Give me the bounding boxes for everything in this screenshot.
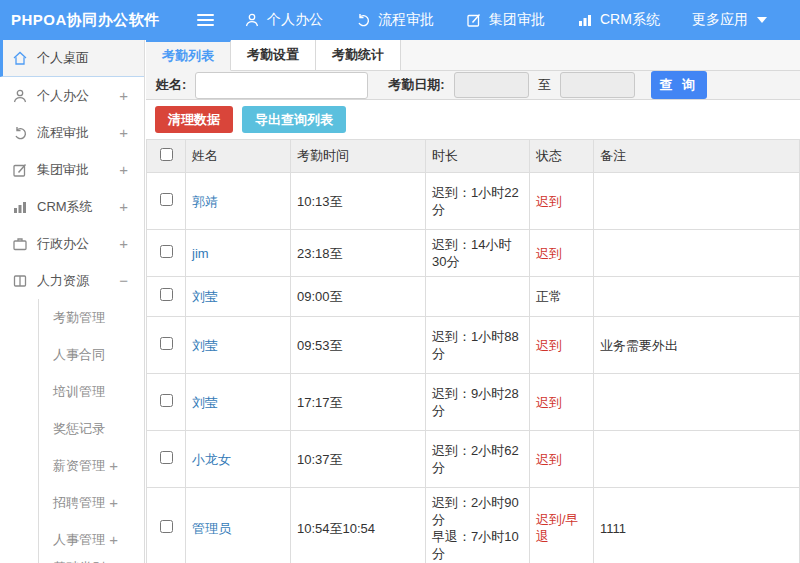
name-filter-input[interactable] [195, 72, 368, 99]
filter-bar: 姓名: 考勤日期: 至 查 询 [146, 71, 800, 100]
date-filter-label: 考勤日期: [388, 76, 444, 94]
clean-data-button[interactable]: 清理数据 [155, 106, 233, 133]
hamburger-menu-icon[interactable] [197, 14, 214, 26]
note-text [594, 374, 800, 431]
row-checkbox[interactable] [160, 337, 173, 350]
export-list-button[interactable]: 导出查询列表 [242, 106, 346, 133]
sidebar-item-personal-desktop[interactable]: 个人桌面 [0, 40, 144, 77]
sidebar-item-personal-office[interactable]: 个人办公 + [0, 77, 144, 114]
tab-attendance-settings[interactable]: 考勤设置 [231, 40, 316, 70]
duration-text [426, 277, 530, 317]
attendance-time: 17:17至 [291, 374, 426, 431]
bar-chart-icon [12, 199, 28, 215]
sidebar: 个人桌面 个人办公 + 流程审批 + 集团审批 + CRM系统 + 行政办公 + [0, 40, 145, 563]
sidebar-item-workflow-approval[interactable]: 流程审批 + [0, 114, 144, 151]
user-icon [12, 88, 28, 104]
date-from-input[interactable] [454, 72, 529, 98]
employee-name-link[interactable]: 刘莹 [192, 338, 218, 353]
sidebar-subitem-attendance-mgmt[interactable]: 考勤管理 [39, 299, 144, 336]
nav-workflow-approval[interactable]: 流程审批 [355, 11, 434, 29]
duration-text: 迟到：14小时30分 [426, 230, 530, 277]
employee-name-link[interactable]: 刘莹 [192, 395, 218, 410]
collapse-minus-icon[interactable]: − [119, 272, 128, 289]
status-badge: 迟到/早退 [530, 488, 594, 563]
row-checkbox[interactable] [160, 288, 173, 301]
expand-plus-icon[interactable]: + [119, 161, 128, 178]
sidebar-item-label: 奖惩记录 [53, 420, 144, 438]
employee-name-link[interactable]: 小龙女 [192, 452, 231, 467]
name-filter-label: 姓名: [156, 76, 186, 94]
expand-plus-icon[interactable]: + [109, 494, 118, 511]
edit-icon [12, 162, 28, 178]
duration-text: 迟到：2小时90分 早退：7小时10分 [426, 488, 530, 563]
sidebar-subitem-base-category-settings[interactable]: 基础类别设置 + [39, 558, 144, 563]
note-text [594, 431, 800, 488]
row-checkbox[interactable] [160, 394, 173, 407]
table-row: 刘莹 09:53至 迟到：1小时88分 迟到 业务需要外出 [147, 317, 800, 374]
select-all-checkbox[interactable] [160, 148, 173, 161]
col-status: 状态 [530, 140, 594, 173]
nav-label: 集团审批 [489, 11, 545, 29]
duration-text: 迟到：2小时62分 [426, 431, 530, 488]
nav-label: 更多应用 [692, 11, 748, 29]
table-row: 郭靖 10:13至 迟到：1小时22分 迟到 [147, 173, 800, 230]
edit-icon [466, 12, 482, 28]
attendance-table: 姓名 考勤时间 时长 状态 备注 郭靖 10:13至 迟到：1小时22分 迟到 … [146, 139, 800, 563]
status-badge: 迟到 [530, 230, 594, 277]
note-text: 业务需要外出 [594, 317, 800, 374]
duration-text: 迟到：1小时88分 [426, 317, 530, 374]
sidebar-item-label: 招聘管理 [53, 494, 109, 512]
row-checkbox[interactable] [160, 193, 173, 206]
row-checkbox[interactable] [160, 451, 173, 464]
duration-text: 迟到：9小时28分 [426, 374, 530, 431]
row-checkbox[interactable] [160, 245, 173, 258]
nav-crm-system[interactable]: CRM系统 [577, 11, 660, 29]
sidebar-subitem-personnel-mgmt[interactable]: 人事管理 + [39, 521, 144, 558]
nav-personal-office[interactable]: 个人办公 [244, 11, 323, 29]
expand-plus-icon[interactable]: + [109, 457, 118, 474]
expand-plus-icon[interactable]: + [119, 124, 128, 141]
expand-plus-icon[interactable]: + [119, 87, 128, 104]
table-row: jim 23:18至 迟到：14小时30分 迟到 [147, 230, 800, 277]
row-checkbox[interactable] [160, 520, 173, 533]
main-content: 考勤列表 考勤设置 考勤统计 姓名: 考勤日期: 至 查 询 清理数据 导出查询… [146, 40, 800, 563]
nav-more-apps[interactable]: 更多应用 [692, 11, 767, 29]
sidebar-subitem-training-mgmt[interactable]: 培训管理 [39, 373, 144, 410]
tab-attendance-list[interactable]: 考勤列表 [146, 40, 231, 71]
employee-name-link[interactable]: 刘莹 [192, 289, 218, 304]
attendance-time: 10:37至 [291, 431, 426, 488]
sidebar-submenu-hr: 考勤管理 人事合同 培训管理 奖惩记录 薪资管理 + 招聘管理 + 人事管理 +… [38, 299, 144, 563]
expand-plus-icon[interactable]: + [119, 235, 128, 252]
nav-label: 个人办公 [267, 11, 323, 29]
date-to-input[interactable] [560, 72, 635, 98]
action-button-row: 清理数据 导出查询列表 [146, 100, 800, 139]
tab-attendance-statistics[interactable]: 考勤统计 [316, 40, 401, 70]
employee-name-link[interactable]: 郭靖 [192, 194, 218, 209]
sidebar-item-crm-system[interactable]: CRM系统 + [0, 188, 144, 225]
nav-group-approval[interactable]: 集团审批 [466, 11, 545, 29]
tab-bar: 考勤列表 考勤设置 考勤统计 [146, 40, 800, 71]
note-text: 1111 [594, 488, 800, 563]
expand-plus-icon[interactable]: + [119, 198, 128, 215]
date-to-label: 至 [538, 76, 551, 94]
home-icon [12, 50, 28, 66]
attendance-time: 23:18至 [291, 230, 426, 277]
attendance-time: 09:00至 [291, 277, 426, 317]
sidebar-subitem-salary-mgmt[interactable]: 薪资管理 + [39, 447, 144, 484]
note-text [594, 277, 800, 317]
employee-name-link[interactable]: jim [192, 246, 209, 261]
employee-name-link[interactable]: 管理员 [192, 521, 231, 536]
sidebar-subitem-hr-contract[interactable]: 人事合同 [39, 336, 144, 373]
sidebar-item-human-resources[interactable]: 人力资源 − [0, 262, 144, 299]
sidebar-subitem-rewards-records[interactable]: 奖惩记录 [39, 410, 144, 447]
expand-plus-icon[interactable]: + [109, 531, 118, 548]
nav-label: 流程审批 [378, 11, 434, 29]
search-button[interactable]: 查 询 [651, 71, 707, 99]
sidebar-item-label: 个人办公 [37, 87, 119, 105]
sidebar-subitem-recruit-mgmt[interactable]: 招聘管理 + [39, 484, 144, 521]
status-badge: 正常 [530, 277, 594, 317]
top-navigation: 个人办公 流程审批 集团审批 CRM系统 更多应用 [244, 11, 767, 29]
top-header: PHPOA协同办公软件 个人办公 流程审批 集团审批 CRM系统 [0, 0, 800, 40]
sidebar-item-group-approval[interactable]: 集团审批 + [0, 151, 144, 188]
sidebar-item-admin-office[interactable]: 行政办公 + [0, 225, 144, 262]
